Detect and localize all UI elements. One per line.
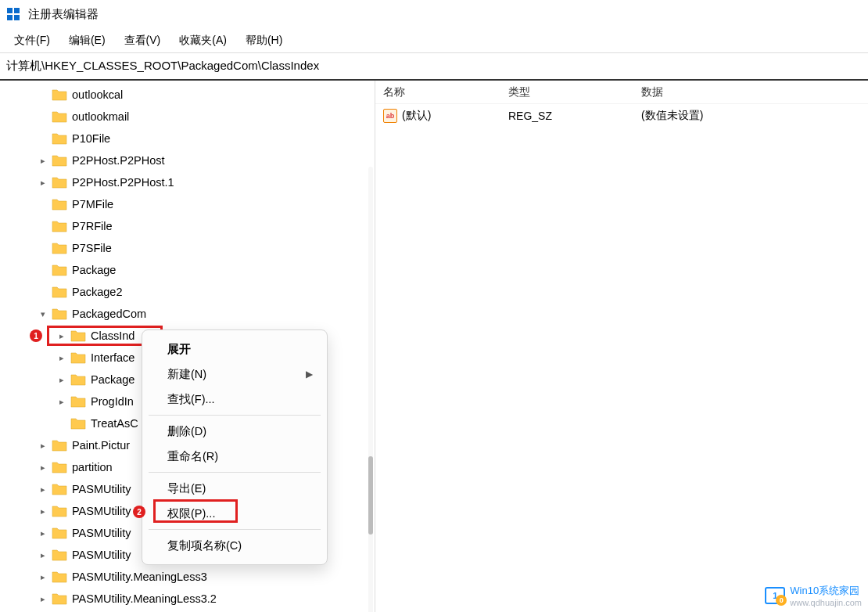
folder-icon — [52, 308, 67, 320]
folder-icon — [52, 132, 67, 145]
col-header-type[interactable]: 类型 — [508, 85, 641, 99]
menu-favorites[interactable]: 收藏夹(A) — [170, 31, 236, 51]
svg-rect-1 — [14, 8, 20, 13]
folder-icon — [70, 395, 86, 408]
tree-node-label: outlookmail — [72, 110, 129, 123]
tree-node[interactable]: P10File — [0, 128, 375, 149]
tree-node[interactable]: P7MFile — [0, 193, 375, 215]
col-header-data[interactable]: 数据 — [641, 85, 868, 99]
ctx-copy-key-name[interactable]: 复制项名称(C) — [142, 533, 327, 558]
expander-placeholder — [38, 221, 48, 232]
chevron-right-icon[interactable]: ▸ — [38, 155, 48, 166]
tree-node[interactable]: P7SFile — [0, 237, 375, 259]
list-row[interactable]: ab (默认) REG_SZ (数值未设置) — [375, 104, 868, 128]
ctx-delete[interactable]: 删除(D) — [142, 419, 327, 444]
title-bar: 注册表编辑器 — [0, 0, 868, 28]
svg-rect-2 — [7, 15, 13, 20]
chevron-right-icon[interactable]: ▸ — [56, 330, 67, 341]
expander-placeholder — [38, 89, 48, 100]
chevron-right-icon[interactable]: ▸ — [56, 396, 67, 407]
regedit-icon — [6, 7, 20, 21]
menu-edit[interactable]: 编辑(E) — [59, 31, 115, 51]
chevron-right-icon[interactable]: ▸ — [38, 593, 48, 604]
expander-placeholder — [38, 243, 48, 254]
tree-scrollbar-track[interactable] — [368, 167, 373, 612]
menu-view[interactable]: 查看(V) — [115, 31, 170, 51]
folder-icon — [70, 351, 86, 364]
tree-node-label: P7SFile — [72, 242, 112, 254]
annotation-badge-1: 1 — [30, 329, 42, 342]
tree-node-label: P7MFile — [72, 198, 113, 211]
expander-placeholder — [38, 111, 48, 122]
tree-node[interactable]: ▾PackagedCom — [0, 303, 375, 325]
folder-icon — [52, 571, 67, 583]
address-path: 计算机\HKEY_CLASSES_ROOT\PackagedCom\ClassI… — [6, 59, 319, 74]
folder-icon — [52, 220, 67, 232]
tree-node[interactable]: P7RFile — [0, 215, 375, 237]
chevron-right-icon[interactable]: ▸ — [38, 440, 48, 451]
col-header-name[interactable]: 名称 — [375, 85, 508, 99]
ctx-export-label: 导出(E) — [167, 481, 206, 496]
tree-node[interactable]: outlookcal — [0, 84, 375, 106]
chevron-down-icon[interactable]: ▾ — [38, 308, 48, 319]
tree-node-label: Package — [72, 264, 116, 276]
folder-icon — [52, 264, 67, 276]
main-area: outlookcaloutlookmailP10File▸P2PHost.P2P… — [0, 81, 868, 612]
tree-node[interactable]: ▸PASMUtility.MeaningLess3 — [0, 566, 375, 588]
chevron-right-icon[interactable]: ▸ — [38, 571, 48, 582]
ctx-separator — [149, 529, 321, 530]
tree-node-label: partition — [72, 461, 113, 473]
expander-placeholder — [38, 265, 48, 275]
window-title: 注册表编辑器 — [28, 7, 99, 22]
menu-file[interactable]: 文件(F) — [5, 31, 59, 51]
tree-node-label: PASMUtility — [72, 483, 131, 495]
ctx-separator — [149, 415, 321, 416]
chevron-right-icon[interactable]: ▸ — [38, 506, 48, 517]
chevron-right-icon[interactable]: ▸ — [38, 527, 48, 538]
chevron-right-icon[interactable]: ▸ — [38, 484, 48, 495]
chevron-right-icon[interactable]: ▸ — [56, 352, 67, 363]
chevron-right-icon[interactable]: ▸ — [38, 462, 48, 473]
folder-icon — [52, 154, 67, 167]
string-value-icon: ab — [383, 109, 397, 123]
ctx-export[interactable]: 导出(E) — [142, 476, 327, 501]
chevron-right-icon[interactable]: ▸ — [38, 177, 48, 188]
tree-node[interactable]: Package2 — [0, 281, 375, 303]
ctx-permissions[interactable]: 权限(P)... 2 — [142, 501, 327, 526]
ctx-find[interactable]: 查找(F)... — [142, 387, 327, 412]
ctx-expand[interactable]: 展开 — [142, 337, 327, 362]
expander-placeholder — [38, 286, 48, 297]
address-bar[interactable]: 计算机\HKEY_CLASSES_ROOT\PackagedCom\ClassI… — [0, 53, 868, 81]
chevron-right-icon[interactable]: ▸ — [56, 374, 67, 385]
ctx-separator — [149, 472, 321, 473]
tree-node-label: outlookcal — [72, 88, 123, 101]
menu-help[interactable]: 帮助(H) — [236, 31, 292, 51]
tree-node[interactable]: ▸PASMUtility.MeaningLess3.2 — [0, 588, 375, 610]
ctx-new[interactable]: 新建(N) ▶ — [142, 362, 327, 387]
menu-bar: 文件(F) 编辑(E) 查看(V) 收藏夹(A) 帮助(H) — [0, 28, 868, 53]
expander-placeholder — [38, 199, 48, 210]
chevron-right-icon: ▶ — [306, 369, 313, 380]
watermark: 1 Win10系统家园 www.qdhuajin.com — [765, 584, 862, 607]
svg-rect-0 — [7, 8, 13, 13]
value-type: REG_SZ — [508, 110, 641, 122]
ctx-rename[interactable]: 重命名(R) — [142, 444, 327, 469]
tree-node[interactable]: ▸P2PHost.P2PHost — [0, 149, 375, 171]
tree-node[interactable]: ▸P2PHost.P2PHost.1 — [0, 171, 375, 193]
folder-icon — [70, 373, 86, 386]
ctx-delete-label: 删除(D) — [167, 424, 206, 439]
folder-icon — [52, 88, 67, 101]
folder-icon — [70, 417, 86, 430]
tree-node-label: PASMUtility.MeaningLess3 — [72, 571, 207, 583]
tree-node-label: Interface — [91, 351, 135, 364]
tree-node[interactable]: outlookmail — [0, 106, 375, 128]
tree-node-label: ClassInd — [91, 329, 135, 342]
folder-icon — [52, 176, 67, 189]
folder-icon — [52, 439, 67, 452]
tree-scrollbar-thumb[interactable] — [368, 456, 373, 535]
folder-icon — [52, 461, 67, 473]
tree-node[interactable]: Package — [0, 259, 375, 281]
expander-placeholder — [38, 133, 48, 144]
chevron-right-icon[interactable]: ▸ — [38, 549, 48, 560]
annotation-badge-2: 2 — [133, 506, 145, 518]
